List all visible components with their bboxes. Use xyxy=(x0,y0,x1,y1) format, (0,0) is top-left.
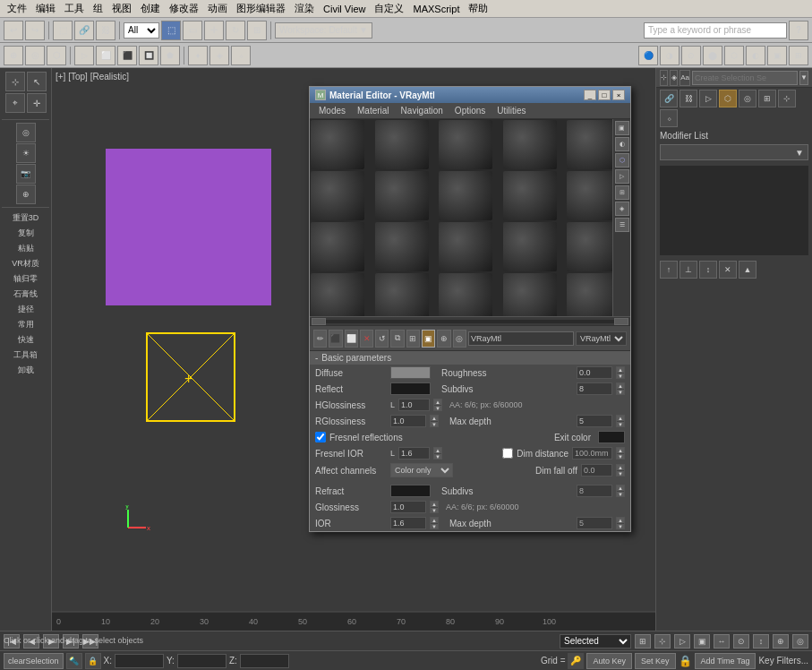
set-key-btn[interactable]: Set Key xyxy=(635,653,676,669)
mat-btn-more1[interactable]: ◈ xyxy=(615,202,629,216)
dt-btn-misc2[interactable]: ◎ xyxy=(453,330,466,348)
tb2-btn2[interactable]: ◎ xyxy=(25,46,45,65)
mat-btn-bg[interactable]: ▣ xyxy=(615,121,629,135)
nav-btn8[interactable]: ⊕ xyxy=(773,634,789,649)
material-name-input[interactable] xyxy=(468,331,574,346)
mat-sphere-7[interactable] xyxy=(375,171,429,220)
roughness-input[interactable] xyxy=(577,366,612,379)
mat-sphere-8[interactable] xyxy=(439,171,492,220)
max-depth-input[interactable] xyxy=(577,415,612,427)
rp-expand[interactable]: ↕ xyxy=(699,261,717,279)
mat-btn-reflect[interactable]: ◐ xyxy=(615,137,629,151)
sidebar-btn-helpers[interactable]: ⊕ xyxy=(16,185,36,204)
sidebar-btn-shapes[interactable]: ◎ xyxy=(16,123,36,142)
sidebar-item-reset3d[interactable]: 重置3D xyxy=(3,210,49,225)
sidebar-item-axis[interactable]: 轴归零 xyxy=(3,271,49,286)
subdivs2-input[interactable] xyxy=(577,485,612,497)
hglossiness-spinner[interactable]: ▲ ▼ xyxy=(433,399,442,411)
material-type-select[interactable]: VRayMtl xyxy=(576,331,627,346)
dt-btn-delete[interactable]: ✕ xyxy=(360,330,373,348)
max-depth-spinner[interactable]: ▲ ▼ xyxy=(616,415,625,427)
mat-sphere-4[interactable] xyxy=(503,120,557,169)
toolbar-btn-rotate[interactable]: ↻ xyxy=(226,21,245,40)
rglossiness-spinner[interactable]: ▲ ▼ xyxy=(430,415,439,427)
menu-custom[interactable]: 自定义 xyxy=(371,2,407,15)
nav-btn1[interactable]: ⊞ xyxy=(635,634,651,649)
sidebar-btn-lights[interactable]: ☀ xyxy=(16,143,36,163)
menu-edit[interactable]: 编辑 xyxy=(32,2,59,15)
tb2-render-btn6[interactable]: ◐ xyxy=(746,46,765,65)
tb2-btn1[interactable]: ⊕ xyxy=(4,46,23,65)
rp-btn-render[interactable]: ▷ xyxy=(699,90,717,107)
dt-btn-eyedrop[interactable]: ✏ xyxy=(313,330,327,348)
mat-sphere-11[interactable] xyxy=(311,222,364,271)
mat-sphere-1[interactable] xyxy=(311,120,364,169)
z-input[interactable] xyxy=(240,654,289,668)
tb2-render-btn2[interactable]: ◑ xyxy=(660,46,680,65)
subdivs-spinner[interactable]: ▲ ▼ xyxy=(616,382,625,395)
nav-btn6[interactable]: ⊙ xyxy=(733,634,749,649)
dim-distance-checkbox[interactable] xyxy=(502,448,513,459)
menu-tools[interactable]: 工具 xyxy=(61,2,88,15)
tb2-btn3[interactable]: ⬡ xyxy=(47,46,66,65)
dim-falloff-input[interactable] xyxy=(581,464,612,477)
add-time-tag-btn[interactable]: Add Time Tag xyxy=(695,653,756,669)
menu-civilview[interactable]: Civil View xyxy=(320,4,369,14)
sidebar-btn-move[interactable]: ✛ xyxy=(27,93,47,113)
nav-btn2[interactable]: ⊹ xyxy=(654,634,671,649)
affect-channels-select[interactable]: Color only xyxy=(390,463,453,477)
dt-btn-copy[interactable]: ⧉ xyxy=(390,330,404,348)
dialog-menu-options[interactable]: Options xyxy=(449,104,491,118)
select-filter[interactable]: All xyxy=(124,22,159,39)
fresnel-ior-input[interactable] xyxy=(398,447,430,460)
tb2-render-btn3[interactable]: ⊙ xyxy=(681,46,701,65)
basic-params-header[interactable]: - Basic parameters xyxy=(310,350,630,365)
dt-btn-getmat[interactable]: ⬜ xyxy=(345,330,358,348)
menu-create[interactable]: 创建 xyxy=(137,2,164,15)
menu-file[interactable]: 文件 xyxy=(4,2,30,15)
tb2-btn11[interactable]: ⬦ xyxy=(231,46,251,65)
refract-swatch[interactable] xyxy=(390,485,431,497)
ior-spinner[interactable]: ▲ ▼ xyxy=(430,517,439,529)
tb2-btn7[interactable]: 🔲 xyxy=(139,46,158,65)
sidebar-btn-lasso[interactable]: ⌖ xyxy=(5,93,25,113)
workspace-dropdown[interactable]: Workspace: Default ▼ xyxy=(275,22,372,39)
dialog-menu-modes[interactable]: Modes xyxy=(313,104,351,118)
dt-btn-paste[interactable]: ⊞ xyxy=(406,330,420,348)
rp-icon1[interactable]: ⊹ xyxy=(660,70,668,86)
max-depth2-input[interactable] xyxy=(577,517,612,529)
glossiness2-spinner[interactable]: ▲ ▼ xyxy=(430,501,439,513)
dim-distance-input[interactable] xyxy=(572,447,612,460)
mat-sphere-14[interactable] xyxy=(503,222,557,271)
rglossiness-input[interactable] xyxy=(390,415,426,427)
subdivs2-spinner[interactable]: ▲ ▼ xyxy=(616,485,625,497)
sidebar-btn-select[interactable]: ⊹ xyxy=(5,72,25,91)
toolbar-btn-move[interactable]: ✛ xyxy=(204,21,224,40)
tb2-btn10[interactable]: ◈ xyxy=(209,46,229,65)
rp-configure[interactable]: ▲ xyxy=(739,261,756,279)
mat-sphere-17[interactable] xyxy=(375,273,429,316)
rp-btn-material[interactable]: ⬡ xyxy=(719,90,737,107)
sidebar-item-vr[interactable]: VR材质 xyxy=(3,256,49,271)
mat-btn-env[interactable]: ⬡ xyxy=(615,153,629,168)
dim-distance-spinner[interactable]: ▲ ▼ xyxy=(616,447,625,460)
tb2-render-btn1[interactable]: 🔵 xyxy=(638,46,658,65)
mat-sphere-9[interactable] xyxy=(503,171,557,220)
sidebar-btn-cursor[interactable]: ↖ xyxy=(27,72,47,91)
menu-group[interactable]: 组 xyxy=(90,2,107,15)
nav-btn5[interactable]: ↔ xyxy=(714,634,730,649)
exit-color-swatch[interactable] xyxy=(598,431,625,443)
tb2-btn4[interactable]: ▷ xyxy=(74,46,94,65)
menu-modifiers[interactable]: 修改器 xyxy=(166,2,202,15)
modifier-list-dropdown[interactable]: ▼ xyxy=(660,144,808,160)
x-input[interactable] xyxy=(115,654,164,668)
tb2-render-btn7[interactable]: ▣ xyxy=(767,46,787,65)
auto-key-btn[interactable]: Auto Key xyxy=(586,653,632,669)
reflect-swatch[interactable] xyxy=(390,382,431,395)
diffuse-swatch[interactable] xyxy=(390,366,431,379)
roughness-spinner[interactable]: ▲ ▼ xyxy=(616,366,625,379)
tb2-render-btn5[interactable]: ⬡ xyxy=(724,46,744,65)
sidebar-item-common[interactable]: 常用 xyxy=(3,317,49,331)
dialog-menu-material[interactable]: Material xyxy=(352,104,395,118)
dt-btn-misc1[interactable]: ⊕ xyxy=(437,330,450,348)
